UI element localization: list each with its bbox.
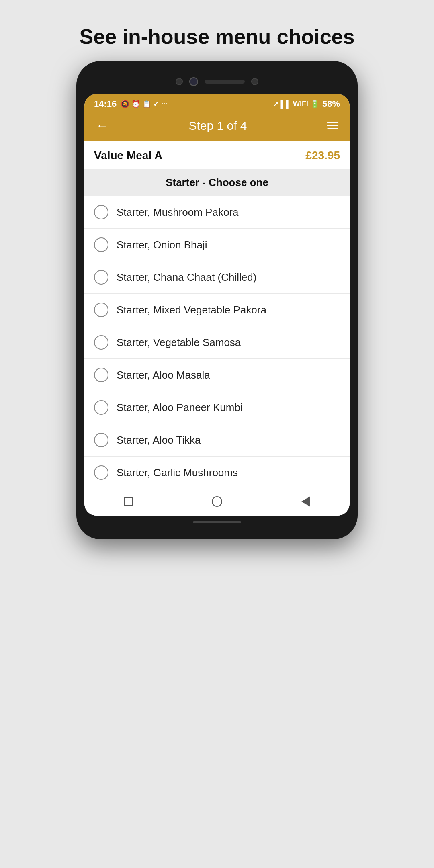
content-area: Value Meal A £23.95 Starter - Choose one… xyxy=(84,141,350,489)
speaker-bar xyxy=(205,80,245,84)
menu-item[interactable]: Starter, Mixed Vegetable Pakora xyxy=(84,294,350,326)
meal-price: £23.95 xyxy=(305,149,340,162)
camera-left xyxy=(176,78,183,85)
item-label: Starter, Aloo Masala xyxy=(117,369,210,381)
item-label: Starter, Mixed Vegetable Pakora xyxy=(117,304,266,316)
radio-button[interactable] xyxy=(94,237,108,252)
menu-item[interactable]: Starter, Garlic Mushrooms xyxy=(84,457,350,489)
section-title: Starter - Choose one xyxy=(166,176,268,188)
radio-button[interactable] xyxy=(94,368,108,382)
item-label: Starter, Chana Chaat (Chilled) xyxy=(117,271,256,284)
meal-title-row: Value Meal A £23.95 xyxy=(84,141,350,169)
app-header: ← Step 1 of 4 xyxy=(84,113,350,141)
status-bar: 14:16 🔕 ⏰ 📋 ✓ ··· ↗ ▌▌ WiFi 🔋 58% xyxy=(84,94,350,113)
home-indicator xyxy=(193,521,241,523)
phone-bottom xyxy=(84,516,350,523)
item-label: Starter, Aloo Tikka xyxy=(117,434,201,446)
status-left: 14:16 🔕 ⏰ 📋 ✓ ··· xyxy=(94,99,167,109)
header-title: Step 1 of 4 xyxy=(188,119,247,133)
sensor-dot xyxy=(251,78,258,85)
camera-main xyxy=(189,77,198,86)
menu-item[interactable]: Starter, Mushroom Pakora xyxy=(84,196,350,229)
phone-frame: 14:16 🔕 ⏰ 📋 ✓ ··· ↗ ▌▌ WiFi 🔋 58% ← Step… xyxy=(76,61,358,539)
nav-home-button[interactable] xyxy=(212,496,222,507)
menu-line-3 xyxy=(327,128,338,129)
status-right: ↗ ▌▌ WiFi 🔋 58% xyxy=(273,99,340,109)
menu-item[interactable]: Starter, Aloo Paneer Kumbi xyxy=(84,391,350,424)
item-label: Starter, Garlic Mushrooms xyxy=(117,467,238,479)
phone-screen: 14:16 🔕 ⏰ 📋 ✓ ··· ↗ ▌▌ WiFi 🔋 58% ← Step… xyxy=(84,94,350,516)
nav-back-button[interactable] xyxy=(301,496,310,507)
back-button[interactable]: ← xyxy=(96,118,108,133)
menu-line-1 xyxy=(327,122,338,123)
item-label: Starter, Aloo Paneer Kumbi xyxy=(117,401,243,414)
menu-line-2 xyxy=(327,125,338,126)
menu-item[interactable]: Starter, Onion Bhaji xyxy=(84,229,350,261)
status-time: 14:16 xyxy=(94,99,117,109)
item-label: Starter, Onion Bhaji xyxy=(117,239,207,251)
circle-icon xyxy=(212,496,222,507)
item-label: Starter, Mushroom Pakora xyxy=(117,206,238,219)
radio-button[interactable] xyxy=(94,303,108,317)
status-icons: 🔕 ⏰ 📋 ✓ ··· xyxy=(121,100,167,108)
radio-button[interactable] xyxy=(94,335,108,350)
menu-list: Starter, Mushroom PakoraStarter, Onion B… xyxy=(84,196,350,489)
radio-button[interactable] xyxy=(94,433,108,447)
menu-item[interactable]: Starter, Aloo Tikka xyxy=(84,424,350,457)
radio-button[interactable] xyxy=(94,400,108,415)
radio-button[interactable] xyxy=(94,270,108,285)
item-label: Starter, Vegetable Samosa xyxy=(117,336,241,349)
signal-icons: ↗ ▌▌ WiFi 🔋 xyxy=(273,100,319,108)
battery-percent: 58% xyxy=(322,99,340,109)
meal-name: Value Meal A xyxy=(94,149,162,162)
bottom-nav xyxy=(84,489,350,516)
radio-button[interactable] xyxy=(94,465,108,480)
menu-item[interactable]: Starter, Chana Chaat (Chilled) xyxy=(84,261,350,294)
radio-button[interactable] xyxy=(94,205,108,219)
menu-button[interactable] xyxy=(327,122,338,129)
nav-square-button[interactable] xyxy=(124,497,133,506)
square-icon xyxy=(124,497,133,506)
page-title: See in-house menu choices xyxy=(63,24,371,49)
section-header: Starter - Choose one xyxy=(84,169,350,196)
menu-item[interactable]: Starter, Vegetable Samosa xyxy=(84,326,350,359)
menu-item[interactable]: Starter, Aloo Masala xyxy=(84,359,350,391)
triangle-icon xyxy=(301,496,310,507)
phone-top-bar xyxy=(84,73,350,94)
